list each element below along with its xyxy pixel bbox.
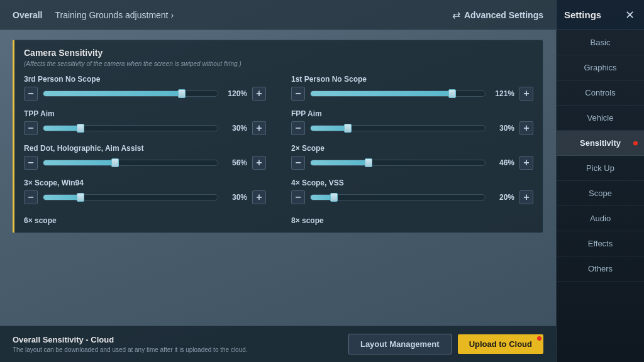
fill-1st-person bbox=[311, 91, 453, 96]
decrease-tpp-aim[interactable]: − bbox=[24, 121, 38, 135]
sidebar-item-effects[interactable]: Effects bbox=[557, 231, 644, 256]
increase-3rd-person[interactable]: + bbox=[252, 87, 266, 101]
decrease-1st-person[interactable]: − bbox=[291, 87, 305, 101]
fill-fpp-aim bbox=[311, 126, 349, 131]
decrease-4x-scope[interactable]: − bbox=[291, 190, 305, 204]
slider-row-3x-scope: − 30% + bbox=[24, 190, 266, 204]
track-fpp-aim[interactable] bbox=[310, 125, 486, 131]
sidebar-header: Settings ✕ bbox=[557, 0, 644, 30]
sidebar-item-controls[interactable]: Controls bbox=[557, 80, 644, 106]
sidebar-item-audio[interactable]: Audio bbox=[557, 206, 644, 231]
sidebar-menu: Basic Graphics Controls Vehicle Sensitiv… bbox=[557, 30, 644, 362]
value-red-dot: 56% bbox=[223, 158, 247, 167]
value-fpp-aim: 30% bbox=[491, 124, 514, 133]
label-3x-scope: 3× Scope, Win94 bbox=[24, 178, 266, 187]
track-4x-scope[interactable] bbox=[310, 194, 486, 200]
nav-training[interactable]: Training Grounds adjustment › bbox=[55, 10, 174, 20]
increase-fpp-aim[interactable]: + bbox=[519, 121, 533, 135]
track-red-dot[interactable] bbox=[43, 160, 218, 166]
bottom-buttons: Layout Management Upload to Cloud bbox=[348, 334, 543, 354]
increase-2x-scope[interactable]: + bbox=[519, 156, 533, 170]
sensitivity-fpp-aim: FPP Aim − 30% + bbox=[291, 109, 533, 135]
slider-row-3rd-person: − 120% + bbox=[24, 87, 266, 101]
label-1st-person: 1st Person No Scope bbox=[291, 75, 533, 84]
sidebar-item-pickup[interactable]: Pick Up bbox=[557, 156, 644, 181]
fill-3rd-person bbox=[43, 91, 183, 96]
sidebar-item-vehicle[interactable]: Vehicle bbox=[557, 106, 644, 131]
label-tpp-aim: TPP Aim bbox=[24, 109, 266, 118]
value-2x-scope: 46% bbox=[491, 158, 514, 167]
bottom-bar: Overall Sensitivity - Cloud The layout c… bbox=[0, 326, 556, 362]
slider-row-1st-person: − 121% + bbox=[291, 87, 533, 101]
top-nav: Overall Training Grounds adjustment › ⇄ … bbox=[0, 0, 556, 30]
value-3rd-person: 120% bbox=[223, 89, 247, 98]
track-3rd-person[interactable] bbox=[43, 90, 218, 97]
decrease-3rd-person[interactable]: − bbox=[24, 87, 38, 101]
content-panel: Camera Sensitivity (Affects the sensitiv… bbox=[0, 30, 556, 326]
thumb-fpp-aim bbox=[344, 124, 352, 133]
decrease-fpp-aim[interactable]: − bbox=[291, 121, 305, 135]
sensitivity-4x-scope: 4× Scope, VSS − 20% + bbox=[291, 178, 533, 204]
thumb-4x-scope bbox=[330, 193, 338, 202]
sensitivity-tpp-aim: TPP Aim − 30% + bbox=[24, 109, 266, 135]
section-subtitle: (Affects the sensitivity of the camera w… bbox=[24, 60, 533, 67]
nav-overall[interactable]: Overall bbox=[13, 10, 42, 20]
track-2x-scope[interactable] bbox=[310, 160, 486, 166]
bottom-info: Overall Sensitivity - Cloud The layout c… bbox=[13, 335, 248, 353]
fill-red-dot bbox=[43, 160, 116, 165]
track-1st-person[interactable] bbox=[310, 90, 486, 97]
sidebar-title: Settings bbox=[564, 9, 601, 20]
thumb-3rd-person bbox=[178, 89, 186, 98]
label-2x-scope: 2× Scope bbox=[291, 144, 533, 153]
upload-notification-dot bbox=[537, 336, 541, 341]
slider-row-2x-scope: − 46% + bbox=[291, 156, 533, 170]
increase-red-dot[interactable]: + bbox=[252, 156, 266, 170]
value-tpp-aim: 30% bbox=[223, 124, 247, 133]
fill-2x-scope bbox=[311, 160, 370, 165]
increase-1st-person[interactable]: + bbox=[519, 87, 533, 101]
label-fpp-aim: FPP Aim bbox=[291, 109, 533, 118]
slider-row-red-dot: − 56% + bbox=[24, 156, 266, 170]
value-3x-scope: 30% bbox=[223, 193, 247, 202]
fill-4x-scope bbox=[311, 195, 335, 200]
extra-scope-row: 6× scope 8× scope bbox=[24, 213, 533, 225]
decrease-3x-scope[interactable]: − bbox=[24, 190, 38, 204]
slider-row-fpp-aim: − 30% + bbox=[291, 121, 533, 135]
fill-3x-scope bbox=[43, 195, 82, 200]
slider-row-tpp-aim: − 30% + bbox=[24, 121, 266, 135]
track-tpp-aim[interactable] bbox=[43, 125, 218, 131]
value-4x-scope: 20% bbox=[491, 193, 514, 202]
sidebar-item-graphics[interactable]: Graphics bbox=[557, 55, 644, 80]
sidebar: Settings ✕ Basic Graphics Controls Vehic… bbox=[556, 0, 644, 362]
label-4x-scope: 4× Scope, VSS bbox=[291, 178, 533, 187]
label-red-dot: Red Dot, Holographic, Aim Assist bbox=[24, 144, 266, 153]
upload-to-cloud-button[interactable]: Upload to Cloud bbox=[458, 334, 543, 354]
sensitivity-3rd-person: 3rd Person No Scope − 120% + bbox=[24, 75, 266, 101]
track-3x-scope[interactable] bbox=[43, 194, 218, 200]
thumb-red-dot bbox=[111, 158, 119, 167]
nav-left: Overall Training Grounds adjustment › bbox=[13, 10, 174, 20]
thumb-1st-person bbox=[448, 89, 456, 98]
section-title: Camera Sensitivity bbox=[24, 48, 533, 58]
nav-advanced[interactable]: ⇄ Advanced Settings bbox=[452, 9, 543, 21]
label-8x-scope: 8× scope bbox=[291, 213, 533, 225]
sidebar-item-others[interactable]: Others bbox=[557, 256, 644, 282]
sensitivity-1st-person: 1st Person No Scope − 121% + bbox=[291, 75, 533, 101]
layout-management-button[interactable]: Layout Management bbox=[348, 334, 452, 354]
sidebar-item-basic[interactable]: Basic bbox=[557, 30, 644, 55]
increase-tpp-aim[interactable]: + bbox=[252, 121, 266, 135]
close-button[interactable]: ✕ bbox=[623, 8, 636, 22]
sensitivity-3x-scope: 3× Scope, Win94 − 30% + bbox=[24, 178, 266, 204]
sidebar-item-sensitivity[interactable]: Sensitivity bbox=[557, 131, 644, 156]
thumb-2x-scope bbox=[365, 158, 372, 167]
camera-sensitivity-section: Camera Sensitivity (Affects the sensitiv… bbox=[13, 40, 543, 233]
main-content: Overall Training Grounds adjustment › ⇄ … bbox=[0, 0, 556, 362]
bottom-subtitle: The layout can be downloaded and used at… bbox=[13, 346, 248, 353]
sidebar-item-scope[interactable]: Scope bbox=[557, 181, 644, 206]
thumb-tpp-aim bbox=[77, 124, 84, 133]
increase-3x-scope[interactable]: + bbox=[252, 190, 266, 204]
increase-4x-scope[interactable]: + bbox=[519, 190, 533, 204]
advanced-settings-icon: ⇄ bbox=[452, 9, 460, 21]
decrease-2x-scope[interactable]: − bbox=[291, 156, 305, 170]
decrease-red-dot[interactable]: − bbox=[24, 156, 38, 170]
